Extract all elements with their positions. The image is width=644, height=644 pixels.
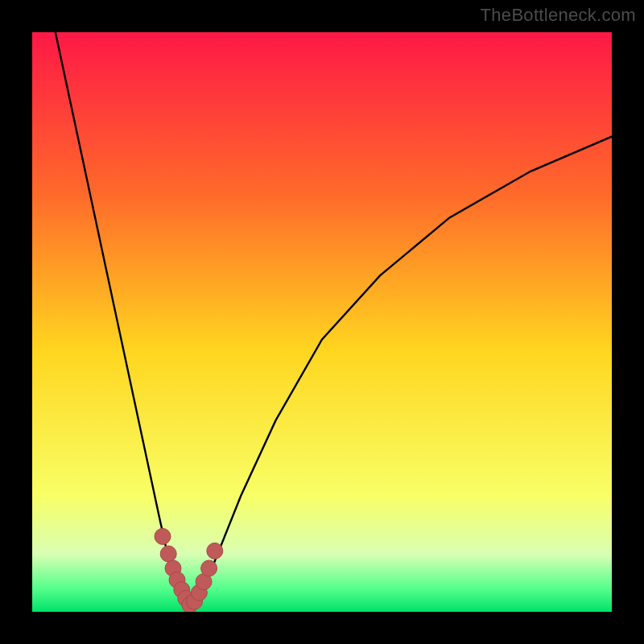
watermark-text: TheBottleneck.com <box>481 5 636 26</box>
marker-dot <box>207 543 223 559</box>
chart-svg <box>32 32 612 612</box>
marker-dot <box>160 546 176 562</box>
marker-dot <box>201 560 217 576</box>
chart-stage: TheBottleneck.com <box>0 0 644 644</box>
gradient-background <box>32 32 612 612</box>
plot-area <box>32 32 612 612</box>
marker-dot <box>155 528 171 544</box>
